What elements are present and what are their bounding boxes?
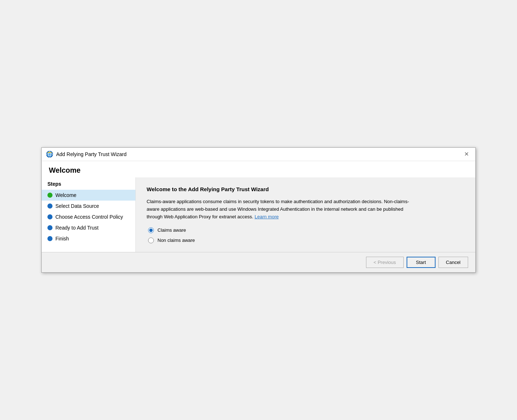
main-content: Steps Welcome Select Data Source Choose … [42, 177, 475, 252]
step-dot-choose-access-control-policy [47, 214, 52, 219]
close-button[interactable]: ✕ [462, 151, 471, 158]
step-dot-welcome [47, 193, 52, 198]
steps-label: Steps [42, 177, 135, 190]
wizard-icon [46, 151, 53, 158]
footer: < Previous Start Cancel [42, 252, 475, 272]
radio-group: Claims aware Non claims aware [148, 227, 465, 243]
page-header: Welcome [42, 161, 475, 177]
step-dot-finish [47, 236, 52, 241]
title-bar-left: Add Relying Party Trust Wizard [46, 151, 127, 158]
sidebar-item-select-data-source[interactable]: Select Data Source [42, 201, 135, 211]
sidebar-item-label-ready-to-add-trust: Ready to Add Trust [55, 225, 98, 231]
radio-claims-aware[interactable]: Claims aware [148, 227, 465, 233]
radio-non-claims-aware[interactable]: Non claims aware [148, 238, 465, 243]
previous-button[interactable]: < Previous [366, 257, 404, 268]
sidebar-item-label-choose-access-control-policy: Choose Access Control Policy [55, 214, 123, 220]
page-title: Welcome [49, 166, 468, 175]
sidebar-item-choose-access-control-policy[interactable]: Choose Access Control Policy [42, 211, 135, 222]
content-description: Claims-aware applications consume claims… [147, 198, 418, 220]
learn-more-link[interactable]: Learn more [255, 214, 278, 219]
sidebar-item-label-welcome: Welcome [55, 192, 76, 198]
radio-claims-aware-label: Claims aware [157, 227, 186, 233]
radio-non-claims-aware-label: Non claims aware [157, 238, 195, 243]
cancel-button[interactable]: Cancel [438, 257, 468, 268]
sidebar-item-finish[interactable]: Finish [42, 233, 135, 244]
start-button[interactable]: Start [407, 257, 436, 268]
sidebar: Steps Welcome Select Data Source Choose … [42, 177, 136, 252]
content-title: Welcome to the Add Relying Party Trust W… [147, 186, 465, 192]
radio-non-claims-aware-input[interactable] [148, 238, 154, 243]
radio-claims-aware-input[interactable] [148, 227, 154, 233]
step-dot-ready-to-add-trust [47, 225, 52, 230]
title-bar: Add Relying Party Trust Wizard ✕ [42, 148, 475, 161]
content-area: Welcome to the Add Relying Party Trust W… [136, 177, 475, 252]
sidebar-item-label-finish: Finish [55, 236, 69, 242]
sidebar-item-welcome[interactable]: Welcome [42, 190, 135, 201]
wizard-window: Add Relying Party Trust Wizard ✕ Welcome… [41, 147, 476, 272]
sidebar-item-ready-to-add-trust[interactable]: Ready to Add Trust [42, 222, 135, 233]
sidebar-item-label-select-data-source: Select Data Source [55, 203, 99, 209]
step-dot-select-data-source [47, 203, 52, 209]
window-title: Add Relying Party Trust Wizard [56, 151, 127, 157]
